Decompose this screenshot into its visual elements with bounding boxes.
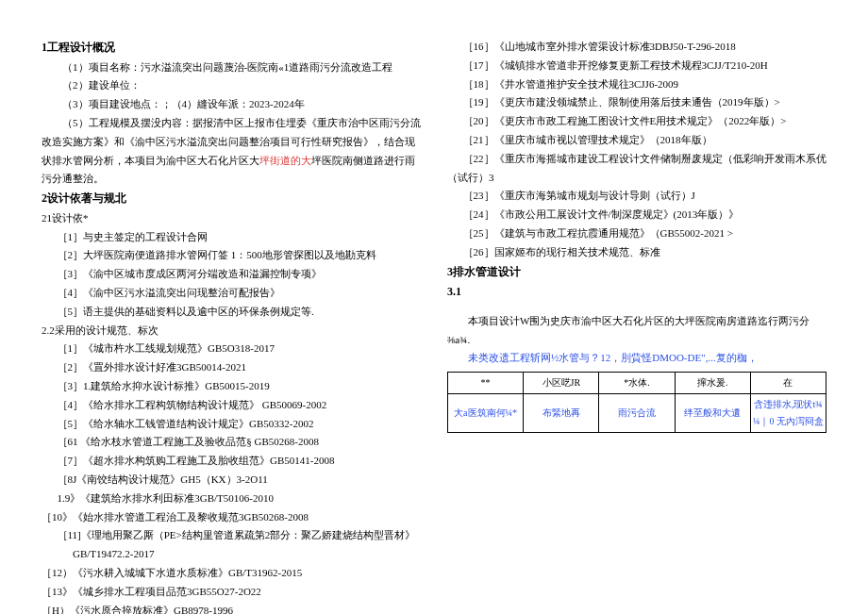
r23: ［23］《重庆市海第城市规划与设计导则（试行）J (447, 187, 826, 206)
td2: 布緊地再 (524, 394, 599, 433)
r25: ［25］《建筑与市政工程抗霞通用规范》（GB55002-2021 > (447, 224, 826, 243)
s6: ［61 《给水枝水管道工程施工及验收品范§ GB50268-2008 (42, 433, 421, 452)
h1: 1工程设计概况 (42, 38, 421, 58)
build-unit: （2）建设单位： (42, 76, 421, 95)
s8: ［8J《南饺结构设计规范》GH5（KX）3-2O11 (42, 471, 421, 490)
s1: ［1］《城市杵水工线规划规范》GB5O318-2017 (42, 340, 421, 358)
d2: ［2］大坪医院南便道路排水管网仃签 1：500地形管探图以及地勘克料 (42, 246, 421, 265)
r24: ［24］《市政公用工展设计文件/制深度规定》(2013年版）》 (447, 206, 826, 224)
scope: （5）工程规模及摆没内容：据报清中区上报市住埋委《重庆市治中区雨污分流改造实施方… (42, 114, 421, 189)
table: ** 小区呓JR *水体. 撺水爰. 在 大a医筑南何¼* 布緊地再 雨污合流 … (447, 372, 826, 433)
s10: ［10》《始水排水管道工程治工及黎收规范3GB50268-2008 (42, 508, 421, 527)
s9: 1.9》《建筑给水排水利田标准3GB/T50106-2010 (42, 490, 421, 508)
d5: ［5］语主提供的基础资料以及逾中区的环保条例规定等. (42, 303, 421, 322)
r19: ［19］《更庆市建没领城禁止、限制使用落后技未通告（2019年版）> (447, 93, 826, 112)
th2: 小区呓JR (524, 373, 599, 394)
r17: ［17］《城镇排水管道非开挖修复更新工程技术规程3CJJ/T210-20H (447, 57, 826, 75)
r21: ［21］《里庆市城市视以管理技术规定》（2018年版） (447, 131, 826, 150)
proj-name: （1）项目名称：污水溢流突出问题蔑治-医院南«1道路雨污分流改造工程 (42, 58, 421, 77)
h3a: 3.1 (447, 282, 826, 303)
p1: 本项目设计W围为史庆市渝中区大石化片区的大坪医院南房道路迄行两污分⅜a¾. (447, 312, 826, 350)
td1: 大a医筑南何¼* (448, 394, 524, 433)
d3: ［3］《渝中区城市度成区两河分端改造和溢漏控制专项》 (42, 265, 421, 284)
d4: ［4］《渝中区污水溢流突出问现整治可配报告》 (42, 284, 421, 303)
th3: *水体. (599, 373, 675, 394)
td4: 绊至般和大遺 (675, 394, 750, 433)
s13: ［13》《城乡排水工程项目品范3GB55O27-2O22 (42, 583, 421, 602)
th5: 在 (750, 373, 826, 394)
th4: 撺水爰. (675, 373, 750, 394)
loc-year: （3）项目建设地点：；（4）縫设年派：2023-2024年 (42, 95, 421, 114)
r18: ［18］《井水管道推护安全技术规往3CJJ6-2009 (447, 75, 826, 94)
s5: ［5］《给水轴水工钱管道结构设计规定》GB50332-2002 (42, 415, 421, 434)
d1: ［1］与史主签定的工程设计合网 (42, 228, 421, 247)
th1: ** (448, 373, 524, 394)
r20: ［20］《更庆市市政工程施工图设计文件E用技术规定》（2022年版）> (447, 112, 826, 131)
r16: ［16］《山地城市室外排水管渠设计标准3DBJ50-T-296-2018 (447, 38, 826, 57)
s12: ［12）《污水耕入城城下水道水质标准》GB/T31962-2015 (42, 564, 421, 583)
s7: ［7］《超水排水构筑购工程施工及胎收组范》GB50141-2008 (42, 452, 421, 471)
s4: ［4］《给水排水工程构筑物结构设计规范》 GB50069-2002 (42, 396, 421, 415)
scope-red: 坪街道的大 (259, 155, 311, 166)
s3: ［3］1.建筑给水抑水设计标推》GB50015-2019 (42, 377, 421, 396)
td3: 雨污合流 (599, 394, 675, 433)
h2: 2设计依著与规北 (42, 189, 421, 209)
h2b: 2.2采用的设计规范、标次 (42, 322, 421, 340)
r22: ［22］《重庆市海摇城市建设工程设计文件储制掰废规定（低彩响开发雨木系优（试行）… (447, 150, 826, 188)
s14: ［H）《污水原合捽放标准》GB8978-1996 (42, 602, 421, 615)
h3: 3排水管道设计 (447, 262, 826, 283)
p2: 未类改遗工程斩网½水管与？12，刖貲怪DMOO-DE",...复的枷， (447, 349, 826, 368)
s2: ［2］《罝外排水设计好准3GB50014-2021 (42, 358, 421, 377)
td5: 含违排水,现状t¾¼｜0 无內泻冏盒 (750, 394, 826, 433)
r26: ［26］国家姬布的现行相关技术规范、标准 (447, 243, 826, 262)
s11: ［11]《理地用聚乙厮（PE>结构里管道累疏第2部分：聚乙娇建烧结构型晋材》 (42, 526, 421, 545)
s11b: GB/T19472.2-2017 (42, 545, 421, 564)
h2a: 21设计依* (42, 209, 421, 228)
